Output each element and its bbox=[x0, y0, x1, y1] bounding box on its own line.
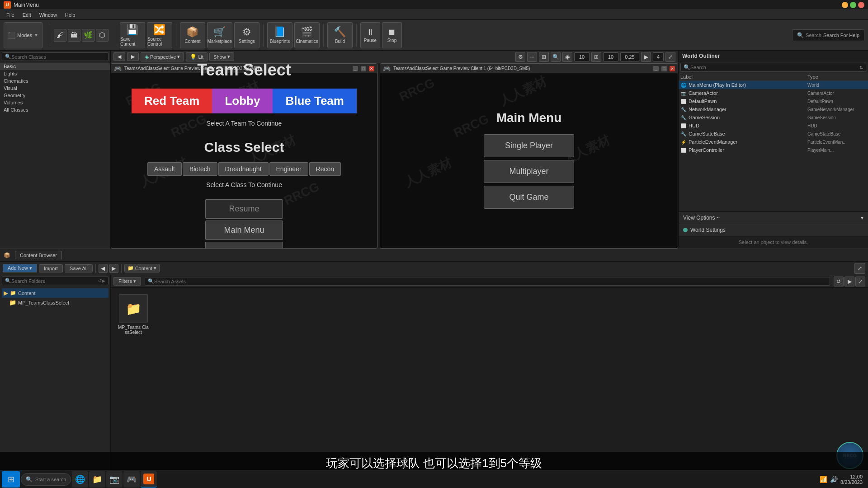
build-button[interactable]: 🔨 Build bbox=[327, 22, 353, 48]
folder-item-content[interactable]: ▶ 📁 Content bbox=[2, 288, 108, 298]
red-team-button[interactable]: Red Team bbox=[132, 89, 212, 113]
import-button[interactable]: Import bbox=[39, 264, 63, 272]
multiplayer-button[interactable]: Multiplayer bbox=[484, 160, 574, 183]
cam-speed-icon[interactable]: ▶ bbox=[641, 52, 651, 62]
taskbar-clock[interactable]: 12:00 8/23/2023 bbox=[840, 474, 863, 485]
save-current-button[interactable]: 💾 Save Current bbox=[120, 22, 145, 48]
close-button[interactable] bbox=[858, 2, 864, 8]
engineer-button[interactable]: Engineer bbox=[269, 162, 308, 176]
cb-expand-button[interactable]: ⤢ bbox=[854, 263, 865, 274]
modes-button[interactable]: ⬛ Modes ▼ bbox=[4, 22, 42, 48]
single-player-button[interactable]: Single Player bbox=[484, 134, 574, 157]
stop-button[interactable]: ⏹ Stop bbox=[382, 22, 402, 48]
biotech-button[interactable]: Biotech bbox=[183, 162, 217, 176]
world-settings-button[interactable]: World Settings bbox=[679, 224, 868, 236]
viewport-ctrl-5[interactable]: ◉ bbox=[562, 52, 572, 62]
asset-options-btn[interactable]: ▶ bbox=[844, 277, 854, 286]
sidebar-item-geometry[interactable]: Geometry bbox=[0, 92, 110, 99]
assault-button[interactable]: Assault bbox=[147, 162, 182, 176]
table-row[interactable]: 🔧 GameSession GameSession bbox=[679, 113, 868, 122]
search-assets-bar[interactable]: 🔍 bbox=[145, 277, 830, 286]
view-options-button[interactable]: View Options ~ ▾ bbox=[679, 211, 868, 224]
server-maximize-btn[interactable]: □ bbox=[361, 66, 366, 71]
save-all-button[interactable]: Save All bbox=[65, 264, 93, 272]
server-minimize-btn[interactable]: _ bbox=[353, 66, 358, 71]
recon-button[interactable]: Recon bbox=[309, 162, 341, 176]
sidebar-item-basic[interactable]: Basic bbox=[0, 63, 110, 70]
table-row[interactable]: 🔧 NetworkManager GameNetworkManager bbox=[679, 105, 868, 113]
nav-back-button[interactable]: ◀ bbox=[99, 264, 108, 273]
show-button[interactable]: Show ▾ bbox=[209, 52, 234, 61]
taskbar-ue-app[interactable]: U bbox=[141, 471, 157, 488]
menu-help[interactable]: Help bbox=[61, 11, 79, 19]
search-classes-bar[interactable]: 🔍 bbox=[2, 52, 108, 61]
refresh-assets-btn[interactable]: ↺ bbox=[834, 277, 844, 286]
minimize-button[interactable] bbox=[842, 2, 848, 8]
foliage-icon[interactable]: 🌿 bbox=[82, 29, 94, 42]
maximize-viewport[interactable]: ⤢ bbox=[665, 52, 675, 62]
geometry-icon[interactable]: ⬡ bbox=[96, 29, 108, 42]
client-quit-button[interactable]: Quit Game bbox=[484, 186, 574, 209]
viewport-ctrl-3[interactable]: ⊞ bbox=[539, 52, 549, 62]
grid-icon[interactable]: ⊞ bbox=[591, 52, 601, 62]
search-folders-input[interactable] bbox=[11, 278, 98, 284]
table-row[interactable]: ⬜ PlayerController PlayerMain... bbox=[679, 146, 868, 154]
pause-button[interactable]: ⏸ Pause bbox=[360, 22, 380, 48]
content-button[interactable]: 📦 Content bbox=[180, 22, 205, 48]
asset-expand-btn[interactable]: ⤢ bbox=[855, 277, 865, 286]
sidebar-item-cinematics[interactable]: Cinematics bbox=[0, 77, 110, 84]
search-classes-input[interactable] bbox=[11, 54, 105, 60]
table-row[interactable]: 📷 CameraActor CameraActor bbox=[679, 89, 868, 97]
outliner-search-input[interactable] bbox=[690, 65, 859, 70]
perspective-button[interactable]: ◈ Perspective ▾ bbox=[141, 52, 184, 61]
table-row[interactable]: ⬜ HUD HUD bbox=[679, 122, 868, 130]
viewport-nav-back[interactable]: ◀ bbox=[113, 52, 125, 61]
brush-icon[interactable]: 🖌 bbox=[54, 29, 66, 42]
lit-button[interactable]: 💡 Lit bbox=[186, 52, 208, 61]
dreadnaught-button[interactable]: Dreadnaught bbox=[218, 162, 269, 176]
taskbar-files-app[interactable]: 📁 bbox=[89, 471, 105, 488]
viewport-ctrl-1[interactable]: ⚙ bbox=[515, 52, 525, 62]
rotation-snap-input[interactable] bbox=[603, 52, 618, 61]
list-item[interactable]: 📁 MP_Teams ClassSelect bbox=[115, 292, 151, 337]
table-row[interactable]: ⚡ ParticleEventManager ParticleEventMan.… bbox=[679, 138, 868, 146]
scale-snap-input[interactable] bbox=[620, 52, 639, 61]
client-close-btn[interactable]: ✕ bbox=[670, 66, 675, 71]
outliner-search-sort[interactable]: ⇅ bbox=[859, 65, 863, 70]
table-row[interactable]: 🌐 MainMenu (Play In Editor) World bbox=[679, 81, 868, 89]
taskbar-editor-app[interactable]: 🎮 bbox=[123, 471, 140, 488]
sidebar-item-volumes[interactable]: Volumes bbox=[0, 99, 110, 106]
taskbar-search-bar[interactable]: 🔍 Start a search bbox=[21, 473, 71, 486]
viewport-nav-fwd[interactable]: ▶ bbox=[127, 52, 139, 61]
add-new-button[interactable]: Add New ▾ bbox=[3, 264, 37, 272]
table-row[interactable]: 🔧 GameStateBase GameStateBase bbox=[679, 130, 868, 138]
menu-edit[interactable]: Edit bbox=[19, 11, 35, 19]
cinematics-button[interactable]: 🎬 Cinematics bbox=[294, 22, 320, 48]
viewport-ctrl-4[interactable]: 🔍 bbox=[551, 52, 561, 62]
landscape-icon[interactable]: 🏔 bbox=[68, 29, 80, 42]
viewport-ctrl-2[interactable]: ↔ bbox=[527, 52, 537, 62]
camera-speed-input[interactable] bbox=[653, 52, 664, 61]
search-folders-clear[interactable]: ↺ bbox=[98, 278, 102, 283]
sidebar-item-all-classes[interactable]: All Classes bbox=[0, 106, 110, 113]
blueprints-button[interactable]: 📘 Blueprints bbox=[267, 22, 292, 48]
sidebar-item-lights[interactable]: Lights bbox=[0, 70, 110, 77]
content-browser-tab[interactable]: Content Browser bbox=[15, 251, 62, 259]
folder-item-mp-teams[interactable]: 📁 MP_TeamsClassSelect bbox=[2, 298, 108, 307]
resume-button[interactable]: Resume bbox=[205, 199, 283, 219]
lobby-button[interactable]: Lobby bbox=[212, 89, 273, 113]
search-folders-fwd[interactable]: ▶ bbox=[102, 278, 105, 283]
settings-button[interactable]: ⚙ Settings bbox=[234, 22, 259, 48]
outliner-search-bar[interactable]: 🔍 ⇅ bbox=[680, 63, 866, 72]
search-assets-input[interactable] bbox=[154, 279, 827, 284]
blue-team-button[interactable]: Blue Team bbox=[273, 89, 357, 113]
search-help-bar[interactable]: 🔍 Search Search For Help bbox=[792, 29, 864, 41]
client-minimize-btn[interactable]: _ bbox=[653, 66, 659, 71]
path-breadcrumb[interactable]: 📁 Content ▾ bbox=[124, 264, 160, 272]
filters-button[interactable]: Filters ▾ bbox=[113, 277, 141, 286]
menu-file[interactable]: File bbox=[3, 11, 18, 19]
menu-window[interactable]: Window bbox=[36, 11, 61, 19]
source-control-button[interactable]: 🔀 Source Control bbox=[147, 22, 172, 48]
search-folders-bar[interactable]: 🔍 ↺ ▶ bbox=[2, 277, 108, 285]
main-menu-button[interactable]: Main Menu bbox=[205, 221, 283, 240]
